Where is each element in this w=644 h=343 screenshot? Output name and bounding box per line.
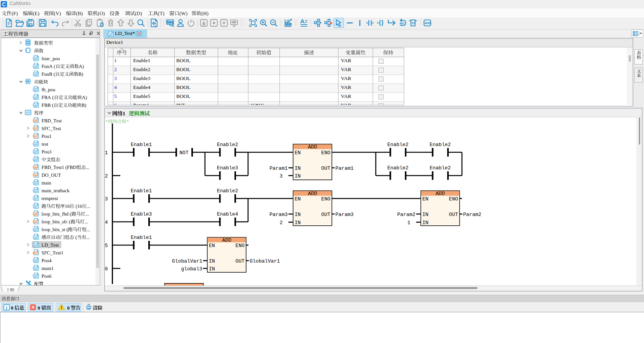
svg-text:OUT: OUT xyxy=(449,212,458,218)
svg-text:ST: ST xyxy=(34,57,37,60)
svg-text:ENO: ENO xyxy=(449,196,458,202)
svg-text:LD: LD xyxy=(34,73,36,75)
svg-text:ADD: ADD xyxy=(436,191,445,197)
svg-text:ST: ST xyxy=(411,22,415,25)
svg-text:Enable2: Enable2 xyxy=(430,142,451,148)
svg-text:Enable2: Enable2 xyxy=(387,165,409,171)
svg-text:Param1: Param1 xyxy=(335,165,354,171)
svg-text:IN: IN xyxy=(209,266,215,272)
svg-text:2: 2 xyxy=(279,220,283,226)
svg-text:RET: RET xyxy=(400,22,405,25)
svg-text:2: 2 xyxy=(105,173,108,179)
svg-text:Enable2: Enable2 xyxy=(217,188,238,194)
svg-text:ST: ST xyxy=(34,158,37,161)
svg-text:FBD: FBD xyxy=(33,213,38,215)
svg-text:ST: ST xyxy=(34,267,37,270)
svg-text:1: 1 xyxy=(407,220,410,226)
svg-text:Enable2: Enable2 xyxy=(430,165,451,171)
svg-text:Enable4: Enable4 xyxy=(217,211,238,217)
svg-text:Enable1: Enable1 xyxy=(131,142,152,148)
svg-text:IN: IN xyxy=(209,258,215,264)
svg-text:SFC: SFC xyxy=(33,221,37,223)
svg-text:SFC: SFC xyxy=(33,135,37,138)
svg-text:ST: ST xyxy=(34,228,37,231)
svg-text:Enable2: Enable2 xyxy=(387,142,409,148)
svg-text:ST: ST xyxy=(34,182,37,184)
svg-text:ADD: ADD xyxy=(222,237,231,243)
svg-text:FBD: FBD xyxy=(33,174,38,176)
svg-text:ST: ST xyxy=(34,190,37,192)
svg-text:3: 3 xyxy=(105,196,108,202)
svg-text:MOB: MOB xyxy=(425,22,430,24)
svg-text:NOT: NOT xyxy=(179,150,189,156)
svg-text:IN: IN xyxy=(295,220,301,226)
svg-text:4: 4 xyxy=(105,219,108,225)
svg-text:IN: IN xyxy=(295,212,301,218)
svg-text:Param1: Param1 xyxy=(269,165,288,171)
svg-text:IN: IN xyxy=(422,212,429,218)
svg-text:ST: ST xyxy=(34,151,37,153)
svg-text:LD: LD xyxy=(108,33,111,36)
svg-text:ST: ST xyxy=(34,197,37,200)
svg-text:EN: EN xyxy=(422,196,429,202)
svg-text:Enable3: Enable3 xyxy=(217,165,238,171)
svg-text:1: 1 xyxy=(105,150,108,156)
svg-text:ST: ST xyxy=(34,275,37,277)
svg-text:GlobalVar1: GlobalVar1 xyxy=(250,258,280,264)
svg-text:LD: LD xyxy=(34,104,36,106)
svg-text:OUT: OUT xyxy=(236,258,245,264)
svg-text:Enable3: Enable3 xyxy=(131,211,152,217)
svg-text:SFC: SFC xyxy=(33,252,37,254)
svg-text:LD: LD xyxy=(34,143,36,145)
svg-text:SFC: SFC xyxy=(33,127,37,130)
svg-text:IN: IN xyxy=(422,220,429,226)
svg-text:Enable1: Enable1 xyxy=(131,188,152,194)
svg-text:ST: ST xyxy=(34,205,37,207)
svg-text:GlobalVar1: GlobalVar1 xyxy=(172,258,202,264)
svg-text:6: 6 xyxy=(105,266,108,272)
svg-text:ENO: ENO xyxy=(236,243,245,249)
svg-text:Param3: Param3 xyxy=(335,212,354,218)
svg-text:LD: LD xyxy=(34,244,36,246)
svg-text:Enable1: Enable1 xyxy=(131,235,152,240)
svg-text:3: 3 xyxy=(279,173,283,179)
svg-text:FBD: FBD xyxy=(33,166,38,169)
svg-text:FBD: FBD xyxy=(33,120,38,122)
svg-text:LD: LD xyxy=(34,65,36,68)
svg-text:Enable2: Enable2 xyxy=(217,142,238,148)
svg-text:Param3: Param3 xyxy=(269,212,288,218)
svg-text:ADD: ADD xyxy=(308,144,317,150)
svg-text:OUT: OUT xyxy=(321,165,331,171)
svg-text:ST: ST xyxy=(34,89,37,91)
svg-text:Param2: Param2 xyxy=(397,212,415,218)
svg-text:EN: EN xyxy=(295,196,301,202)
svg-text:global3: global3 xyxy=(181,266,202,272)
svg-text:5: 5 xyxy=(105,243,108,249)
svg-text:Param2: Param2 xyxy=(463,212,481,218)
svg-text:ENO: ENO xyxy=(321,150,331,156)
svg-text:LD: LD xyxy=(34,259,36,262)
svg-text:IN: IN xyxy=(295,173,301,179)
svg-text:ENO: ENO xyxy=(321,196,331,202)
svg-text:EN: EN xyxy=(295,150,301,156)
svg-text:IN: IN xyxy=(295,165,301,171)
svg-text:ADD: ADD xyxy=(308,191,317,197)
svg-text:LD: LD xyxy=(34,236,36,239)
svg-text:LD: LD xyxy=(34,96,36,99)
svg-text:OUT: OUT xyxy=(321,212,331,218)
svg-text:EN: EN xyxy=(209,243,215,249)
